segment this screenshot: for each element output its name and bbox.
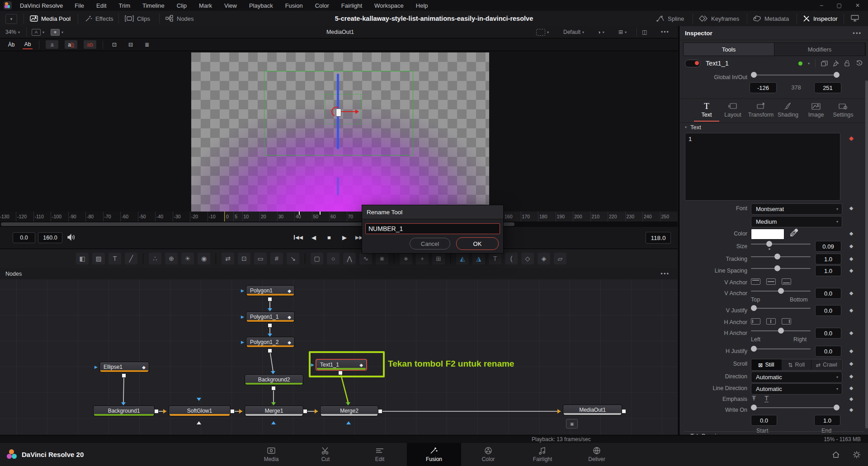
viewer-guides-button[interactable]: ⊞▾ xyxy=(618,26,627,38)
viewer-split-button[interactable]: ◫ xyxy=(642,26,647,38)
size-keyframe-diamond[interactable]: ◆ xyxy=(848,243,855,249)
global-out-field[interactable]: 251 xyxy=(814,82,841,93)
menu-item-mark[interactable]: Mark xyxy=(199,2,212,9)
insert-node-icon-3[interactable]: ≣ xyxy=(142,40,152,49)
angle-arrow-handle[interactable] xyxy=(340,111,356,112)
delta-keyer-tool-icon[interactable]: ◭ xyxy=(456,253,469,264)
menu-item-edit[interactable]: Edit xyxy=(96,2,106,9)
ok-button[interactable]: OK xyxy=(456,237,499,250)
direction-select[interactable]: Automatic▾ xyxy=(751,372,842,383)
line-direction-select[interactable]: Automatic▾ xyxy=(751,383,842,395)
scroll-crawl-button[interactable]: ⇄Crawl xyxy=(811,359,842,370)
line-spacing-slider[interactable] xyxy=(751,265,811,271)
inspector-options-menu[interactable]: ••• xyxy=(853,30,862,37)
tab-modifiers[interactable]: Modifiers xyxy=(774,43,865,56)
menu-item-workspace[interactable]: Workspace xyxy=(374,2,404,9)
rename-input[interactable] xyxy=(365,223,500,234)
strikethrough-icon[interactable]: Ŧ xyxy=(752,394,756,402)
tab-shading[interactable]: Shading xyxy=(774,101,802,118)
close-button[interactable]: ✕ xyxy=(855,2,860,9)
node-mediaout1[interactable]: MediaOut1 xyxy=(563,405,622,415)
keyframes-button[interactable]: Keyframes xyxy=(699,11,739,26)
reset-history-icon[interactable] xyxy=(856,60,863,66)
app-logo-icon[interactable] xyxy=(4,1,12,9)
page-tab-deliver[interactable]: Deliver xyxy=(570,443,624,466)
size-field[interactable]: 0.09 xyxy=(815,241,841,252)
rectangle-mask-tool-icon[interactable]: ▢ xyxy=(311,253,323,264)
page-tab-fairlight[interactable]: Fairlight xyxy=(515,443,570,466)
v-justify-slider[interactable] xyxy=(751,305,811,311)
tab-spacing-section[interactable]: ▾Tab Spacing xyxy=(685,433,723,435)
h-justify-field[interactable]: 0.0 xyxy=(815,346,841,357)
insert-node-icon-2[interactable]: ⊟ xyxy=(126,40,136,49)
viewer-channel-button[interactable]: ■▾ xyxy=(51,26,63,38)
underline-tool-icon[interactable]: ab̲ xyxy=(65,40,77,49)
gridwarp-tool-icon[interactable]: ⊞ xyxy=(432,253,445,264)
node-softglow1[interactable]: SoftGlow1 xyxy=(169,405,231,416)
write-on-end-field[interactable]: 1.0 xyxy=(814,415,840,426)
node-text1_1[interactable]: Text1_1▶◆ xyxy=(316,359,367,371)
render-start-field[interactable]: 0.0 xyxy=(13,232,35,243)
go-to-start-button[interactable]: ◀◀ xyxy=(293,232,304,242)
letterbox-tool-icon[interactable]: ▭ xyxy=(254,253,267,264)
font-family-select[interactable]: Montserrat▾ xyxy=(751,203,842,215)
menu-item-clip[interactable]: Clip xyxy=(177,2,187,9)
menu-item-file[interactable]: File xyxy=(75,2,84,9)
inspector-button[interactable]: Inspector xyxy=(803,11,837,26)
node-input-arrow-icon[interactable]: ▶ xyxy=(241,288,244,293)
composition-canvas[interactable] xyxy=(191,52,489,212)
media-pool-button[interactable]: Media Pool xyxy=(30,11,71,26)
play-button[interactable]: ▶ xyxy=(339,232,350,242)
page-tab-fusion[interactable]: Fusion xyxy=(407,443,461,466)
v-anchor-middle-button[interactable] xyxy=(766,278,776,285)
scroll-keyframe-diamond[interactable]: ◆ xyxy=(848,361,855,367)
pin-icon[interactable] xyxy=(833,60,839,66)
luma-keyer-tool-icon[interactable]: ◮ xyxy=(472,253,485,264)
v-justify-keyframe-diamond[interactable]: ◆ xyxy=(848,307,855,313)
v-anchor-field[interactable]: 0.0 xyxy=(815,288,841,299)
app-menu[interactable]: DaVinci Resolve xyxy=(20,2,63,9)
node-color-dot[interactable] xyxy=(798,61,802,66)
h-anchor-right-button[interactable] xyxy=(782,318,791,325)
node-color-chevron[interactable]: ▾ xyxy=(808,61,810,66)
bender-tool-icon[interactable]: ( xyxy=(505,253,518,264)
tab-transform[interactable]: Transform xyxy=(747,101,774,118)
write-on-start-field[interactable]: 0.0 xyxy=(751,415,777,426)
background-tool-icon[interactable]: ◧ xyxy=(76,253,89,264)
h-justify-keyframe-diamond[interactable]: ◆ xyxy=(848,348,855,354)
node-polygon1_2[interactable]: Polygon1_2▶◆ xyxy=(246,337,295,348)
page-tab-media[interactable]: Media xyxy=(244,443,298,466)
v-justify-field[interactable]: 0.0 xyxy=(815,305,841,316)
blur-tool-icon[interactable]: ◉ xyxy=(198,253,210,264)
tab-image[interactable]: Image xyxy=(802,101,830,118)
case-tool-icon[interactable]: a xyxy=(46,40,58,49)
node-polygon1[interactable]: Polygon1▶◆ xyxy=(246,285,295,296)
scroll-still-button[interactable]: ⊠Still xyxy=(751,359,782,370)
tab-tools[interactable]: Tools xyxy=(684,43,774,56)
menu-item-fairlight[interactable]: Fairlight xyxy=(341,2,362,9)
menu-item-fusion[interactable]: Fusion xyxy=(285,2,303,9)
v-anchor-slider[interactable] xyxy=(751,288,811,294)
shape-3d-tool-icon[interactable]: ◇ xyxy=(521,253,534,264)
node-input-arrow-icon[interactable]: ▶ xyxy=(311,362,314,367)
h-anchor-keyframe-diamond[interactable]: ◆ xyxy=(848,330,855,336)
mediaout-thumbnail-button[interactable]: ▣ xyxy=(566,419,578,428)
text-section-header[interactable]: ▾Text xyxy=(685,124,701,131)
play-reverse-button[interactable]: ◀ xyxy=(308,232,319,242)
image-plane-tool-icon[interactable]: ▱ xyxy=(554,253,566,264)
menu-item-timeline[interactable]: Timeline xyxy=(142,2,165,9)
menu-item-color[interactable]: Color xyxy=(315,2,329,9)
h-anchor-slider[interactable] xyxy=(751,328,811,334)
line-spacing-keyframe-diamond[interactable]: ◆ xyxy=(848,268,855,273)
node-input-arrow-icon[interactable]: ▶ xyxy=(94,365,98,369)
maximize-button[interactable]: ▢ xyxy=(837,2,842,9)
v-anchor-bottom-button[interactable] xyxy=(782,278,791,285)
spellcheck-icon[interactable]: Ab xyxy=(23,40,33,49)
minimize-button[interactable]: – xyxy=(820,2,823,9)
paint-tool-icon[interactable]: ╱ xyxy=(125,253,137,264)
viewer-zoom-select[interactable]: 34%▾ xyxy=(5,26,20,38)
polyline-mask-tool-icon[interactable]: ⋀ xyxy=(343,253,356,264)
tab-text[interactable]: T Text xyxy=(693,101,720,118)
dialog-header[interactable]: Rename Tool xyxy=(362,205,503,219)
node-merge2[interactable]: Merge2 xyxy=(320,405,378,416)
